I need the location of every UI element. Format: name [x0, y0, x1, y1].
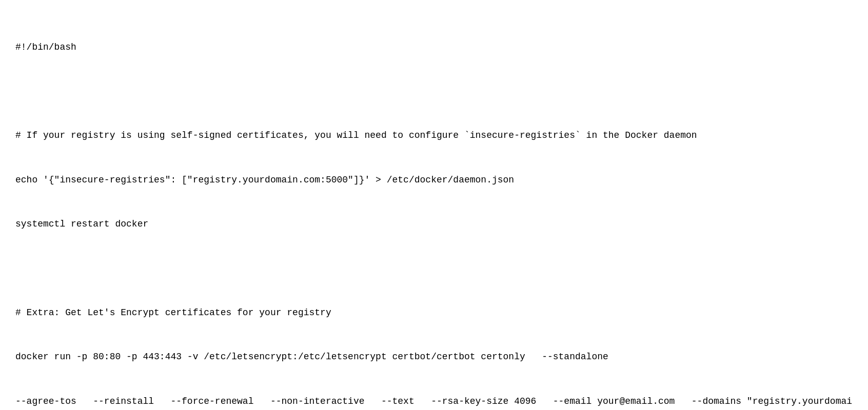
line-systemctl1: systemctl restart docker	[15, 217, 853, 232]
empty-line-1	[15, 84, 853, 99]
line-docker1b: --agree-tos --reinstall --force-renewal …	[15, 394, 853, 410]
line-comment1: # If your registry is using self-signed …	[15, 128, 853, 143]
line-shebang: #!/bin/bash	[15, 40, 853, 55]
line-docker1: docker run -p 80:80 -p 443:443 -v /etc/l…	[15, 350, 853, 364]
empty-line-2	[15, 261, 853, 276]
line-comment2: # Extra: Get Let's Encrypt certificates …	[15, 305, 853, 320]
line-echo1: echo '{"insecure-registries": ["registry…	[15, 173, 853, 188]
code-block: #!/bin/bash # If your registry is using …	[15, 10, 853, 410]
